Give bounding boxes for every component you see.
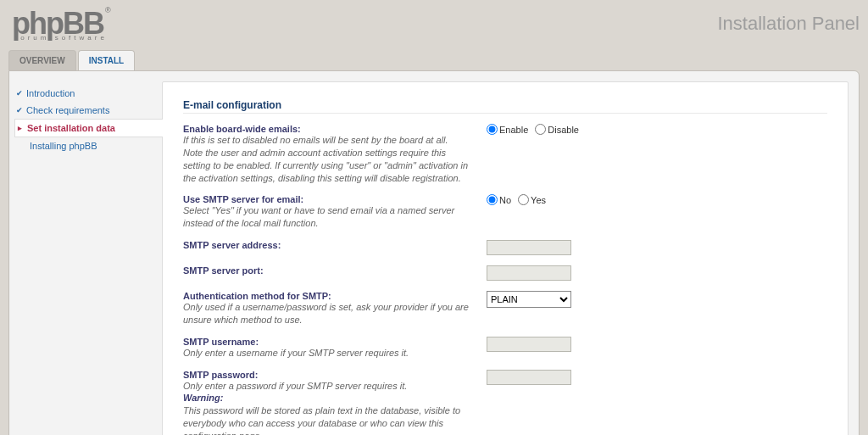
sidebar-item-installing-phpbb[interactable]: Installing phpBB [14, 137, 162, 154]
smtp-auth-label: Authentication method for SMTP: [183, 291, 470, 301]
board-emails-enable-radio[interactable] [487, 124, 498, 135]
smtp-port-label: SMTP server port: [183, 265, 470, 276]
smtp-password-label: SMTP password: [183, 370, 470, 380]
tab-bar: OVERVIEW INSTALL [8, 50, 860, 70]
content-panel: E-mail configuration Enable board-wide e… [162, 81, 849, 435]
smtp-address-label: SMTP server address: [183, 240, 470, 250]
smtp-port-input[interactable] [487, 265, 571, 281]
panel-title: Installation Panel [717, 13, 860, 35]
use-smtp-no-radio[interactable] [487, 194, 498, 205]
section-title: E-mail configuration [183, 99, 827, 114]
smtp-auth-select[interactable]: PLAIN [487, 291, 571, 308]
sidebar-item-check-requirements[interactable]: Check requirements [14, 102, 162, 119]
install-steps-sidebar: Introduction Check requirements Set inst… [9, 81, 162, 435]
use-smtp-hint: Select "Yes" if you want or have to send… [183, 205, 454, 228]
use-smtp-label: Use SMTP server for email: [183, 194, 470, 204]
smtp-password-input[interactable] [487, 370, 571, 385]
sidebar-item-introduction[interactable]: Introduction [14, 85, 162, 102]
smtp-address-input[interactable] [487, 240, 571, 255]
smtp-username-hint: Only enter a username if your SMTP serve… [183, 348, 409, 358]
smtp-password-warning: Warning: This password will be stored as… [183, 392, 470, 435]
board-emails-label: Enable board-wide emails: [183, 124, 470, 134]
sidebar-item-set-installation-data[interactable]: Set installation data [14, 119, 163, 137]
smtp-username-input[interactable] [487, 337, 571, 352]
use-smtp-yes-radio[interactable] [518, 194, 529, 205]
smtp-auth-hint: Only used if a username/password is set,… [183, 302, 469, 325]
smtp-password-hint: Only enter a password if your SMTP serve… [183, 381, 407, 391]
smtp-username-label: SMTP username: [183, 337, 470, 347]
board-emails-disable-radio[interactable] [535, 124, 546, 135]
board-emails-hint: If this is set to disabled no emails wil… [183, 135, 468, 183]
phpbb-logo: phpBB® forum software [8, 6, 111, 42]
use-smtp-yes-label: Yes [531, 195, 546, 205]
board-emails-enable-label: Enable [499, 125, 528, 135]
tab-install[interactable]: INSTALL [78, 50, 135, 70]
use-smtp-no-label: No [499, 195, 511, 205]
board-emails-disable-label: Disable [548, 125, 579, 135]
tab-overview[interactable]: OVERVIEW [8, 50, 76, 70]
